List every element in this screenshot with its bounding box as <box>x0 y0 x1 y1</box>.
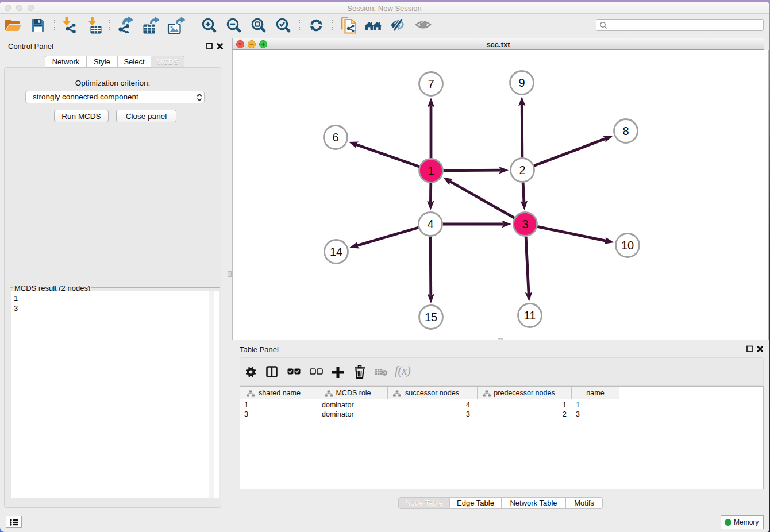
svg-text:1: 1 <box>428 164 434 177</box>
svg-text:10: 10 <box>621 239 634 252</box>
svg-text:8: 8 <box>622 125 629 137</box>
svg-text:6: 6 <box>332 131 338 144</box>
svg-text:7: 7 <box>428 78 434 90</box>
svg-text:15: 15 <box>425 311 437 323</box>
svg-text:11: 11 <box>524 309 536 322</box>
svg-text:4: 4 <box>427 218 433 230</box>
svg-text:14: 14 <box>330 245 342 258</box>
svg-text:3: 3 <box>522 218 528 230</box>
svg-text:2: 2 <box>519 164 525 176</box>
svg-text:9: 9 <box>518 76 525 89</box>
